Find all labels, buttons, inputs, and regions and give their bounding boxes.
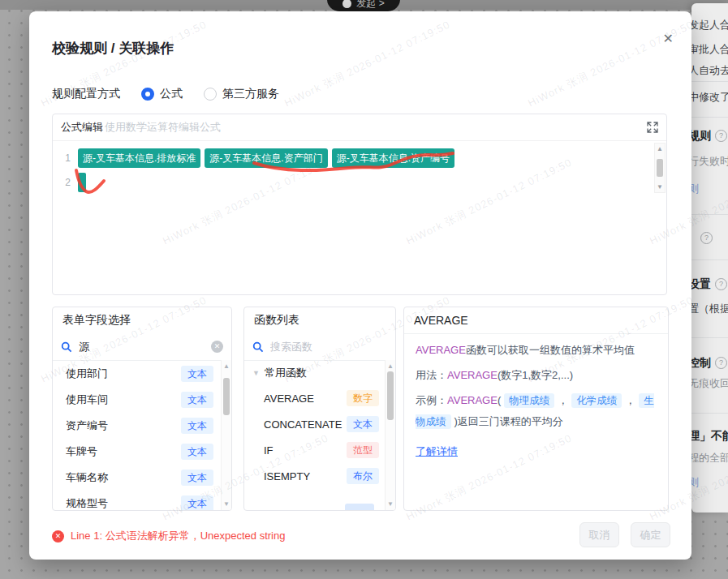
drawer-line: 行失败时 (691, 154, 728, 169)
scroll-down-icon[interactable]: ▼ (387, 500, 394, 508)
function-row[interactable]: CONCATENATE文本 (244, 411, 395, 437)
validation-rule-dialog: 校验规则 / 关联操作 ✕ 规则配置方式 公式 第三方服务 公式编辑 使用数学运… (29, 11, 691, 560)
formula-editor[interactable]: 公式编辑 使用数学运算符编辑公式 1 源-叉车基本信息.排放标准源-叉车基本信息… (52, 114, 667, 295)
search-icon (252, 341, 264, 353)
function-name: AVERAGE (264, 392, 314, 405)
formula-error-message: ✕ Line 1: 公式语法解析异常，Unexpected string (52, 529, 285, 543)
drawer-line: 无痕收回 (691, 376, 728, 391)
scrollbar-thumb[interactable] (223, 378, 230, 415)
usage-args: (数字1,数字2,...) (498, 369, 573, 381)
scroll-up-icon[interactable]: ▲ (223, 362, 230, 370)
help-icon: ? (715, 357, 727, 369)
form-fields-panel-title: 表单字段选择 (53, 307, 231, 333)
formula-line-2: 2 (53, 173, 86, 192)
drawer-divider (691, 259, 728, 260)
field-name: 使用部门 (66, 367, 108, 381)
cancel-button[interactable]: 取消 (579, 522, 619, 547)
initiator-node-pill[interactable]: 发起 > (327, 0, 400, 11)
field-row[interactable]: 使用部门文本 (53, 361, 231, 387)
drawer-line: 控制? (691, 356, 727, 371)
drawer-divider (691, 81, 728, 82)
help-icon: ? (715, 278, 727, 290)
line-number: 2 (53, 177, 71, 188)
radio-option-label: 公式 (160, 87, 183, 101)
radio-option-third-party[interactable]: 第三方服务 (204, 87, 279, 101)
radio-selected-icon[interactable] (141, 88, 154, 101)
function-row[interactable]: ISEMPTY布尔 (244, 463, 395, 489)
drawer-line: 设置? (691, 277, 727, 292)
function-row[interactable]: AVERAGE数字 (244, 385, 395, 411)
clear-search-icon[interactable]: ✕ (211, 341, 223, 353)
formula-cursor-block (78, 173, 86, 192)
scroll-down-icon[interactable]: ▼ (657, 183, 663, 191)
field-search-input[interactable] (77, 340, 206, 354)
scrollbar-thumb[interactable] (657, 159, 663, 177)
usage-label: 用法： (416, 369, 447, 381)
field-list: 使用部门文本使用车间文本资产编号文本车牌号文本车辆名称文本规格型号文本 (53, 361, 231, 511)
function-type-badge: 范型 (347, 442, 379, 459)
field-row[interactable]: 使用车间文本 (53, 387, 231, 413)
field-type-badge: 文本 (181, 392, 213, 409)
formula-field-tag[interactable]: 源-叉车基本信息.资产编号 (332, 148, 454, 168)
function-search-input[interactable] (269, 340, 387, 354)
formula-field-tag[interactable]: 源-叉车基本信息.排放标准 (78, 148, 200, 168)
function-group-row[interactable]: ▼ 常用函数 (244, 361, 395, 385)
field-type-badge: 文本 (181, 470, 213, 487)
drawer-line: 程的全部 (691, 451, 728, 465)
function-group-label: 常用函数 (265, 366, 307, 380)
radio-unselected-icon[interactable] (204, 88, 217, 101)
scrollbar-thumb[interactable] (387, 371, 394, 420)
help-icon: ? (715, 130, 727, 142)
expand-icon[interactable] (647, 122, 658, 133)
field-row[interactable]: 规格型号文本 (53, 491, 231, 511)
dialog-title: 校验规则 / 关联操作 (52, 39, 174, 58)
drawer-line: 规则? (691, 129, 727, 144)
drawer-divider (691, 337, 728, 338)
formula-editor-body[interactable]: 1 源-叉车基本信息.排放标准源-叉车基本信息.资产部门源-叉车基本信息.资产编… (53, 141, 666, 295)
function-description: AVERAGE函数可以获取一组数值的算术平均值 (416, 340, 657, 361)
functions-panel-title: 函数列表 (244, 307, 395, 333)
confirm-button[interactable]: 确定 (631, 522, 670, 547)
example-label: 示例： (416, 394, 447, 406)
function-row[interactable]: IF范型 (244, 437, 395, 463)
line-number: 1 (53, 152, 71, 164)
error-icon: ✕ (52, 530, 64, 543)
learn-more-link[interactable]: 了解详情 (416, 444, 458, 459)
drawer-line: 理」不能 (691, 429, 728, 444)
field-row[interactable]: 车辆名称文本 (53, 465, 231, 491)
drawer-line: 人自动去 (691, 63, 728, 78)
formula-editor-header: 公式编辑 使用数学运算符编辑公式 (53, 114, 666, 141)
field-type-badge: 文本 (181, 418, 213, 435)
scroll-down-icon[interactable]: ▼ (223, 500, 230, 508)
scroll-up-icon[interactable]: ▲ (387, 362, 394, 370)
chevron-down-icon[interactable]: ▼ (252, 369, 260, 377)
drawer-line: 则 (691, 182, 699, 196)
field-name: 车辆名称 (66, 470, 108, 485)
field-row[interactable]: 资产编号文本 (53, 413, 231, 439)
drawer-line: 发起人合 (691, 18, 728, 32)
functions-panel: 函数列表 ▼ 常用函数 AVERAGE数字CONCATENATE文本IF范型IS… (243, 307, 396, 511)
scroll-up-icon[interactable]: ▲ (657, 145, 663, 152)
functions-scrollbar[interactable]: ▲ ▼ (385, 360, 395, 510)
function-search-row (244, 333, 395, 361)
side-drawer: 发起人合审批人合人自动去中修改了规则?行失败时则?设置?置（根据控制?无痕收回理… (691, 3, 728, 513)
dialog-footer-buttons: 取消 确定 (579, 522, 670, 547)
example-arg-badge: 物理成绩 (504, 393, 554, 408)
field-name: 车牌号 (66, 444, 97, 459)
rule-config-label: 规则配置方式 (52, 87, 120, 101)
close-icon[interactable]: ✕ (663, 32, 674, 45)
avatar-circle-icon (342, 0, 351, 8)
function-detail-title: AVERAGE (404, 307, 668, 334)
fields-scrollbar[interactable]: ▲ ▼ (221, 360, 231, 510)
function-keyword: AVERAGE (447, 369, 498, 381)
page: 发起 > 发起人合审批人合人自动去中修改了规则?行失败时则?设置?置（根据控制?… (0, 0, 728, 579)
field-type-badge: 文本 (181, 366, 213, 383)
function-name: ISEMPTY (264, 470, 310, 482)
rule-config-radio-group: 规则配置方式 公式 第三方服务 (52, 87, 279, 101)
field-row[interactable]: 车牌号文本 (53, 439, 231, 465)
formula-field-tag[interactable]: 源-叉车基本信息.资产部门 (205, 148, 327, 168)
help-icon: ? (700, 232, 713, 244)
radio-option-formula[interactable]: 公式 (141, 87, 183, 101)
function-description-text: 函数可以获取一组数值的算术平均值 (466, 344, 635, 356)
editor-scrollbar[interactable]: ▲ ▼ (654, 143, 666, 193)
